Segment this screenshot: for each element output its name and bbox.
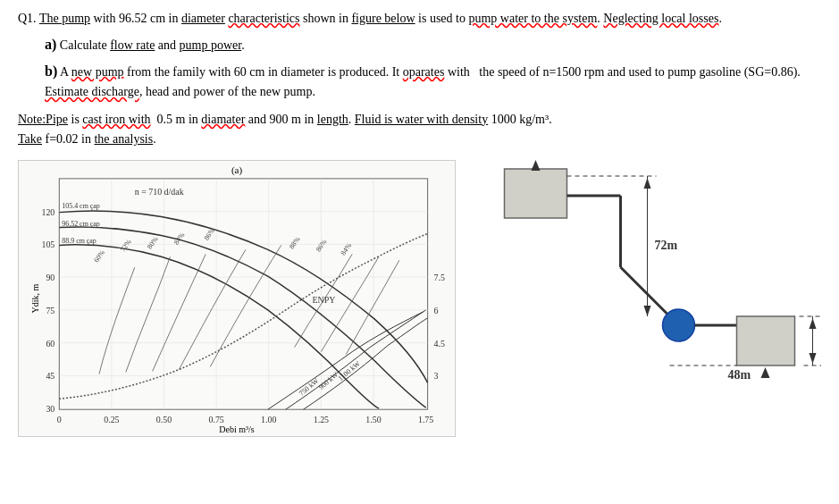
svg-marker-48: [532, 160, 541, 171]
system-diagram: 72m 48m: [474, 160, 821, 437]
chart-title: (a): [231, 164, 242, 175]
part-b-text: A new pump from the family with 60 cm in…: [45, 65, 801, 99]
svg-text:7.5: 7.5: [434, 273, 445, 282]
n-label: n = 710 d/dak: [135, 187, 184, 197]
height-48m: 48m: [728, 368, 751, 382]
question-intro: The pump with 96.52 cm in diameter chara…: [39, 12, 722, 25]
svg-text:1.75: 1.75: [418, 415, 433, 424]
question-block: Q1. The pump with 96.52 cm in diameter c…: [18, 9, 821, 28]
part-a-label: a): [45, 37, 56, 52]
height-72m: 72m: [655, 239, 678, 252]
svg-marker-51: [644, 178, 651, 189]
svg-text:96.52 cm çap: 96.52 cm çap: [62, 220, 100, 228]
svg-text:120: 120: [41, 207, 55, 217]
question-number: Q1.: [18, 12, 37, 25]
svg-rect-58: [737, 316, 795, 365]
svg-text:105.4 cm çap: 105.4 cm çap: [62, 202, 100, 210]
svg-text:30: 30: [46, 405, 55, 415]
svg-text:90: 90: [46, 273, 55, 282]
main-content: (a) Ydik, m Debi m³/s: [18, 160, 821, 437]
part-b-label: b): [45, 63, 57, 79]
part-b: b) A new pump from the family with 60 cm…: [45, 60, 821, 103]
svg-text:105: 105: [41, 240, 55, 250]
svg-text:88.9 cm çap: 88.9 cm çap: [62, 238, 96, 246]
svg-text:0.25: 0.25: [104, 415, 119, 424]
svg-text:3: 3: [434, 372, 439, 382]
svg-text:1.25: 1.25: [314, 415, 329, 424]
svg-marker-63: [810, 318, 817, 329]
svg-marker-64: [810, 353, 817, 364]
svg-text:60: 60: [46, 339, 55, 349]
svg-text:75: 75: [46, 306, 55, 315]
chart-xlabel: Debi m³/s: [219, 424, 254, 434]
svg-text:0.75: 0.75: [208, 415, 223, 424]
pump-chart: (a) Ydik, m Debi m³/s: [18, 160, 456, 437]
part-a: a) Calculate flow rate and pump power.: [45, 33, 821, 56]
svg-text:0.50: 0.50: [156, 415, 172, 424]
svg-point-56: [663, 309, 695, 341]
svg-text:1.50: 1.50: [365, 415, 381, 424]
svg-rect-47: [505, 169, 567, 218]
svg-text:6: 6: [434, 306, 439, 315]
svg-text:45: 45: [46, 372, 55, 382]
svg-marker-59: [761, 367, 770, 378]
note-line: Note:Pipe is cast iron with 0.5 m in dia…: [18, 110, 821, 150]
chart-svg: 30 45 60 75 90 105 120 3 4.5 6 7.5 0 0.2…: [19, 161, 455, 436]
svg-marker-52: [644, 306, 651, 316]
svg-text:0: 0: [57, 415, 62, 424]
svg-text:4.5: 4.5: [434, 339, 445, 349]
svg-text:1.00: 1.00: [261, 415, 276, 424]
chart-ylabel: Ydik, m: [30, 284, 40, 314]
diagram-svg: 72m 48m: [474, 160, 821, 437]
part-a-text: Calculate flow rate and pump power.: [60, 38, 245, 52]
